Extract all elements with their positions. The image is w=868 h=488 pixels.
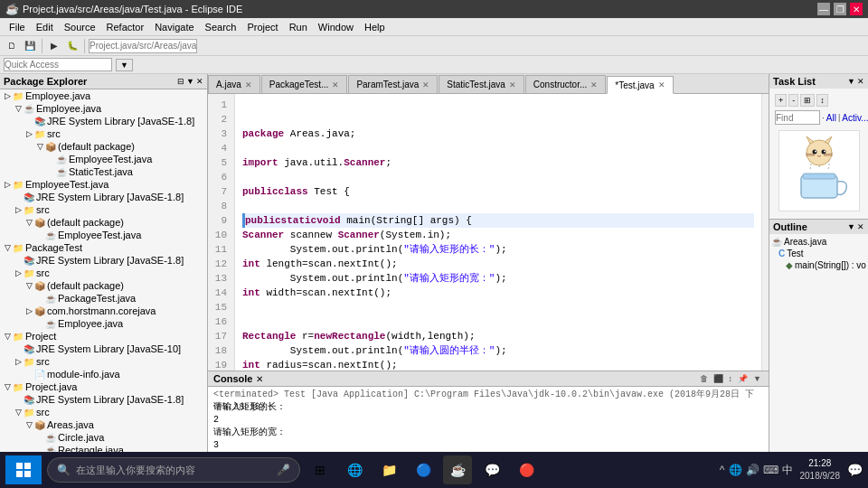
tree-item-12[interactable]: ▽ 📁 PackageTest: [0, 241, 207, 254]
quick-access-field[interactable]: [4, 58, 112, 71]
sidebar-collapse-btn[interactable]: ⊟: [177, 77, 184, 86]
tree-toggle-12[interactable]: ▽: [2, 243, 13, 252]
sidebar-close-btn[interactable]: ✕: [196, 77, 203, 86]
menu-item-navigate[interactable]: Navigate: [149, 20, 199, 34]
tree-toggle-17[interactable]: ▷: [24, 306, 34, 315]
tree-toggle-15[interactable]: ▽: [24, 281, 34, 290]
wechat-icon[interactable]: 💬: [477, 455, 506, 484]
tree-item-3[interactable]: ▷ 📁 src: [0, 127, 207, 140]
run-button[interactable]: ▶: [46, 38, 62, 54]
code-content[interactable]: package Areas.java; import java.util.Sca…: [235, 94, 761, 371]
keyboard-icon[interactable]: ⌨: [763, 464, 778, 476]
volume-icon[interactable]: 🔊: [746, 464, 760, 476]
editor-scrollbar[interactable]: [761, 94, 769, 371]
menu-item-edit[interactable]: Edit: [31, 20, 59, 34]
taskview-button[interactable]: ⊞: [306, 455, 335, 484]
start-button[interactable]: [5, 455, 42, 484]
find-input[interactable]: [775, 110, 820, 125]
code-editor[interactable]: 1234567891011121314151617181920212223 pa…: [208, 94, 761, 371]
outline-menu-btn[interactable]: ▼: [847, 222, 855, 231]
debug-button[interactable]: 🐛: [64, 38, 80, 54]
tree-item-9[interactable]: ▷ 📁 src: [0, 203, 207, 216]
task-remove-btn[interactable]: -: [788, 94, 798, 107]
tree-item-4[interactable]: ▽ 📦 (default package): [0, 140, 207, 153]
tab-close-2[interactable]: ✕: [422, 80, 429, 89]
tree-item-1[interactable]: ▽ ☕ Employee.java: [0, 102, 207, 115]
tree-toggle-25[interactable]: ▽: [13, 408, 24, 417]
new-button[interactable]: 🗋: [4, 38, 20, 54]
editor-tab-4[interactable]: Constructor...✕: [525, 75, 606, 93]
tree-item-5[interactable]: ☕ EmployeeTest.java: [0, 153, 207, 165]
sidebar-menu-btn[interactable]: ▼: [186, 77, 194, 86]
tree-item-0[interactable]: ▷ 📁 Employee.java: [0, 89, 207, 102]
taskbar-search-box[interactable]: 🔍 在这里输入你要搜索的内容 🎤: [47, 457, 300, 483]
tree-item-11[interactable]: ☕ EmployeeTest.java: [0, 229, 207, 241]
tree-toggle-19[interactable]: ▽: [2, 332, 13, 341]
tree-item-8[interactable]: 📚 JRE System Library [JavaSE-1.8]: [0, 191, 207, 203]
menu-item-search[interactable]: Search: [200, 20, 242, 34]
task-list-close-btn[interactable]: ✕: [857, 77, 864, 86]
tree-item-13[interactable]: 📚 JRE System Library [JavaSE-1.8]: [0, 254, 207, 267]
tree-item-16[interactable]: ☕ PackageTest.java: [0, 292, 207, 305]
task-sort-btn[interactable]: ↕: [816, 94, 828, 107]
editor-tab-3[interactable]: StaticTest.java✕: [439, 75, 524, 93]
console-pin-btn[interactable]: 📌: [736, 373, 750, 384]
save-button[interactable]: 💾: [22, 38, 38, 54]
menu-item-file[interactable]: File: [4, 20, 31, 34]
tree-item-7[interactable]: ▷ 📁 EmployeeTest.java: [0, 178, 207, 191]
console-terminate-btn[interactable]: ⬛: [712, 373, 725, 384]
tree-item-19[interactable]: ▽ 📁 Project: [0, 330, 207, 343]
expand-tray-btn[interactable]: ^: [720, 464, 725, 476]
tree-item-23[interactable]: ▽ 📁 Project.java: [0, 380, 207, 393]
tree-item-15[interactable]: ▽ 📦 (default package): [0, 279, 207, 292]
outline-close-btn[interactable]: ✕: [857, 222, 864, 231]
tree-toggle-23[interactable]: ▽: [2, 382, 13, 391]
tree-item-6[interactable]: ☕ StaticTest.java: [0, 165, 207, 178]
find-all-link[interactable]: All: [826, 113, 836, 123]
menu-item-window[interactable]: Window: [313, 20, 359, 34]
menu-item-help[interactable]: Help: [359, 20, 391, 34]
task-filter-btn[interactable]: ⊞: [800, 94, 815, 107]
editor-tab-5[interactable]: *Test.java✕: [607, 76, 673, 94]
tree-item-20[interactable]: 📚 JRE System Library [JavaSE-10]: [0, 343, 207, 355]
tree-toggle-10[interactable]: ▽: [24, 218, 34, 227]
menu-item-refactor[interactable]: Refactor: [101, 20, 150, 34]
tree-item-27[interactable]: ☕ Circle.java: [0, 431, 207, 444]
tab-close-0[interactable]: ✕: [245, 80, 252, 89]
tree-toggle-9[interactable]: ▷: [13, 205, 24, 214]
app-icon-6[interactable]: 🔴: [512, 455, 541, 484]
console-menu-btn[interactable]: ▼: [751, 373, 763, 384]
console-scroll-btn[interactable]: ↕: [727, 373, 735, 384]
tree-item-21[interactable]: ▷ 📁 src: [0, 355, 207, 368]
editor-tab-2[interactable]: ParamTest.java✕: [348, 75, 438, 93]
network-icon[interactable]: 🌐: [729, 464, 742, 476]
quick-access-button[interactable]: ▼: [116, 59, 133, 71]
tab-close-4[interactable]: ✕: [590, 80, 598, 89]
tree-item-22[interactable]: 📄 module-info.java: [0, 368, 207, 380]
tree-item-24[interactable]: 📚 JRE System Library [JavaSE-1.8]: [0, 393, 207, 406]
editor-tab-1[interactable]: PackageTest...✕: [261, 75, 348, 93]
menu-item-project[interactable]: Project: [241, 20, 283, 34]
system-clock[interactable]: 21:28 2018/9/28: [800, 457, 841, 483]
tree-toggle-1[interactable]: ▽: [13, 104, 24, 113]
tree-item-26[interactable]: ▽ 📦 Areas.java: [0, 418, 207, 431]
chrome-icon[interactable]: 🔵: [409, 455, 438, 484]
tree-toggle-4[interactable]: ▽: [34, 142, 45, 151]
tree-toggle-0[interactable]: ▷: [2, 91, 13, 100]
tab-close-1[interactable]: ✕: [332, 80, 339, 89]
tab-close-5[interactable]: ✕: [658, 80, 665, 89]
explorer-icon[interactable]: 📁: [374, 455, 403, 484]
task-list-menu-btn[interactable]: ▼: [847, 77, 855, 86]
quick-access-input[interactable]: [89, 39, 197, 53]
close-button[interactable]: ✕: [850, 3, 863, 15]
maximize-button[interactable]: ❐: [834, 3, 846, 15]
outline-item-test[interactable]: C Test: [771, 248, 866, 259]
outline-item-main[interactable]: ◆ main(String[]) : vo: [771, 259, 866, 271]
tree-item-10[interactable]: ▽ 📦 (default package): [0, 216, 207, 229]
tree-toggle-21[interactable]: ▷: [13, 357, 24, 366]
task-add-btn[interactable]: +: [775, 94, 787, 107]
tab-close-3[interactable]: ✕: [509, 80, 516, 89]
tree-item-25[interactable]: ▽ 📁 src: [0, 406, 207, 418]
console-clear-btn[interactable]: 🗑: [698, 373, 710, 384]
menu-item-source[interactable]: Source: [59, 20, 101, 34]
